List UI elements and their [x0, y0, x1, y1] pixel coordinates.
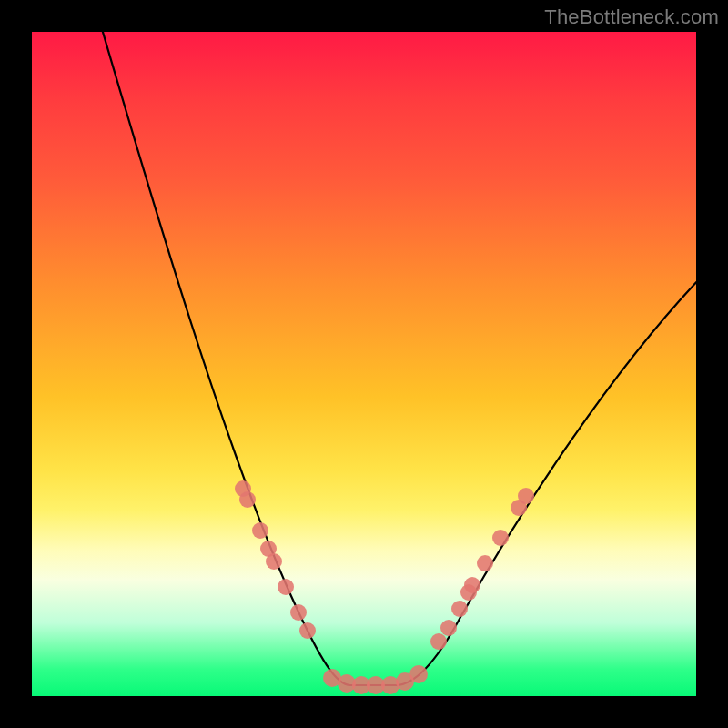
curves-group — [100, 32, 696, 685]
dots-left-group — [235, 480, 316, 639]
dot-left-6 — [290, 604, 307, 621]
dot-left-2 — [252, 522, 268, 539]
dot-right-6 — [492, 530, 509, 546]
dot-right-2 — [451, 601, 468, 617]
dot-right-1 — [440, 620, 457, 636]
right-curve — [396, 278, 696, 685]
dot-left-7 — [299, 622, 316, 639]
dot-left-5 — [278, 579, 294, 595]
plot-area — [32, 32, 696, 696]
chart-svg — [32, 32, 696, 696]
dot-left-1 — [239, 491, 256, 508]
dot-right-5 — [477, 555, 493, 571]
watermark-text: TheBottleneck.com — [544, 5, 719, 29]
dot-left-4 — [266, 553, 282, 570]
dot-right-4 — [464, 577, 480, 593]
dot-bottom-6 — [410, 665, 428, 683]
dot-right-8 — [518, 488, 534, 504]
dot-right-0 — [430, 633, 447, 650]
chart-frame: TheBottleneck.com — [0, 0, 728, 728]
dots-bottom-group — [323, 665, 428, 694]
left-curve — [100, 32, 350, 685]
dots-right-group — [430, 488, 534, 650]
